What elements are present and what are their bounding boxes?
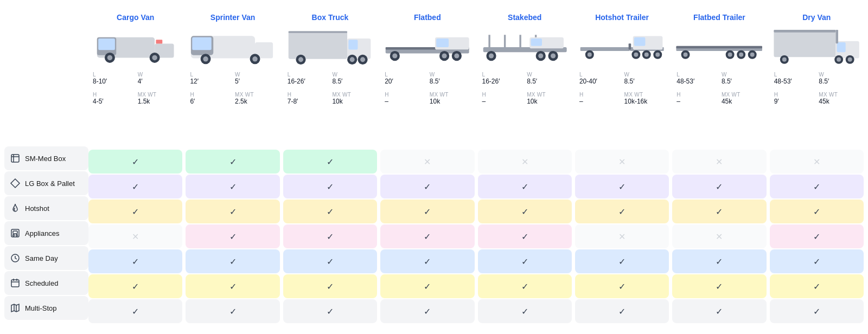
sidebar-item-hotshot[interactable]: Hotshot	[4, 196, 88, 220]
vehicle-col-stakebed: Stakebed L 16-26′ W 8.5′ H	[478, 9, 572, 323]
cell-cargo-van-row-3: ✕	[88, 224, 182, 248]
svg-point-15	[152, 55, 157, 60]
check-icon: ✓	[813, 306, 820, 317]
main-container: SM-Med Box LG Box & Pallet Hotshot Appli…	[0, 0, 868, 332]
sidebar-label-scheduled: Scheduled	[25, 279, 58, 287]
clock-icon	[10, 253, 21, 264]
svg-point-73	[684, 53, 688, 57]
vehicle-specs-flatbed: L 20′ W 8.5′ H – MX WT 10k	[382, 70, 472, 106]
svg-rect-27	[288, 31, 347, 33]
cross-icon: ✕	[618, 157, 626, 167]
check-icon: ✓	[716, 256, 723, 267]
svg-rect-59	[629, 43, 631, 49]
svg-point-4	[16, 235, 18, 236]
svg-point-33	[360, 57, 365, 62]
svg-rect-18	[193, 37, 212, 50]
check-icon: ✓	[813, 207, 820, 217]
flame-icon	[10, 203, 21, 214]
svg-point-79	[750, 53, 755, 57]
vehicle-col-sprinter-van: Sprinter Van L 12′ W 5′ H 6′	[186, 9, 279, 323]
vehicle-image-flatbed-trailer	[674, 26, 764, 64]
appliance-icon	[10, 228, 21, 239]
check-icon: ✓	[813, 232, 820, 242]
svg-rect-11	[156, 40, 162, 43]
check-icon: ✓	[716, 182, 723, 192]
cell-stakebed-row-5: ✓	[478, 274, 572, 298]
cell-hotshot-trailer-row-5: ✓	[575, 274, 669, 298]
vehicle-header-box-truck: Box Truck L 16-26′ W 8.5′ H 7-8′	[283, 9, 377, 150]
vehicle-specs-flatbed-trailer: L 48-53′ W 8.5′ H – MX WT 45k	[674, 70, 764, 106]
check-icon: ✓	[618, 306, 626, 317]
svg-point-54	[538, 53, 543, 58]
sidebar-item-sm-med-box[interactable]: SM-Med Box	[4, 146, 88, 170]
check-icon: ✓	[618, 182, 626, 192]
cells-area-flatbed: ✕✓✓✓✓✓✓	[380, 150, 474, 323]
vehicle-image-hotshot-trailer	[577, 26, 667, 64]
check-icon: ✓	[229, 157, 237, 167]
vehicle-image-stakebed	[480, 26, 570, 64]
cell-sprinter-van-row-2: ✓	[186, 200, 279, 223]
sidebar-item-same-day[interactable]: Same Day	[4, 246, 88, 270]
check-icon: ✓	[521, 232, 528, 242]
cell-hotshot-trailer-row-6: ✓	[575, 299, 669, 323]
svg-rect-6	[11, 280, 19, 287]
sidebar-label-multi-stop: Multi-Stop	[25, 304, 57, 312]
vehicle-header-cargo-van: Cargo Van L 8-10′ W 4′ H 4-5′	[88, 9, 182, 150]
check-icon: ✓	[618, 256, 626, 267]
vehicle-title-hotshot-trailer: Hotshot Trailer	[595, 13, 649, 22]
sidebar-item-multi-stop[interactable]: Multi-Stop	[4, 296, 88, 320]
check-icon: ✓	[716, 207, 723, 217]
vehicle-specs-stakebed: L 16-26′ W 8.5′ H – MX WT 10k	[480, 70, 570, 106]
vehicle-title-box-truck: Box Truck	[312, 13, 349, 22]
check-icon: ✓	[813, 182, 820, 192]
sidebar-item-scheduled[interactable]: Scheduled	[4, 271, 88, 295]
sidebar-item-lg-box-pallet[interactable]: LG Box & Pallet	[4, 171, 88, 195]
svg-rect-83	[774, 30, 835, 33]
cell-cargo-van-row-6: ✓	[88, 299, 182, 323]
cells-area-dry-van: ✕✓✓✓✓✓✓	[770, 150, 864, 323]
cell-flatbed-trailer-row-6: ✓	[672, 299, 766, 323]
svg-point-65	[634, 53, 638, 57]
vehicle-col-flatbed: Flatbed L 20′ W 8.5′ H –	[380, 9, 474, 323]
svg-point-13	[107, 55, 112, 60]
svg-point-43	[454, 53, 459, 58]
box-icon	[10, 153, 21, 164]
sidebar-label-same-day: Same Day	[25, 254, 58, 262]
svg-point-31	[349, 57, 354, 62]
check-icon: ✓	[618, 207, 626, 217]
check-icon: ✓	[132, 256, 139, 267]
svg-point-29	[298, 57, 303, 62]
check-icon: ✓	[229, 207, 237, 217]
svg-point-88	[837, 57, 841, 62]
vehicle-header-flatbed: Flatbed L 20′ W 8.5′ H –	[380, 9, 474, 150]
check-icon: ✓	[327, 157, 334, 167]
calendar-icon	[10, 278, 21, 288]
cell-dry-van-row-0: ✕	[770, 150, 864, 174]
cell-flatbed-row-2: ✓	[380, 200, 474, 223]
sidebar: SM-Med Box LG Box & Pallet Hotshot Appli…	[4, 9, 88, 323]
cells-area-box-truck: ✓✓✓✓✓✓✓	[283, 150, 377, 323]
svg-point-75	[728, 53, 732, 57]
sidebar-item-appliances[interactable]: Appliances	[4, 221, 88, 245]
cell-hotshot-trailer-row-3: ✕	[575, 224, 669, 248]
cell-box-truck-row-0: ✓	[283, 150, 377, 174]
check-icon: ✓	[327, 232, 334, 242]
svg-point-67	[644, 53, 649, 57]
sidebar-label-appliances: Appliances	[25, 229, 60, 237]
svg-rect-0	[11, 155, 19, 162]
cell-flatbed-trailer-row-4: ✓	[672, 249, 766, 273]
cells-area-flatbed-trailer: ✕✓✓✕✓✓✓	[672, 150, 766, 323]
cell-flatbed-row-5: ✓	[380, 274, 474, 298]
cell-flatbed-trailer-row-1: ✓	[672, 175, 766, 198]
vehicle-col-flatbed-trailer: Flatbed Trailer L 48-53′ W 8.5′ H –	[672, 9, 766, 323]
svg-point-69	[655, 53, 660, 57]
vehicle-specs-hotshot-trailer: L 20-40′ W 8.5′ H – MX WT 10k-16k	[577, 70, 667, 106]
cell-stakebed-row-1: ✓	[478, 175, 572, 198]
svg-point-90	[847, 57, 852, 62]
check-icon: ✓	[229, 256, 237, 267]
svg-point-21	[203, 56, 208, 61]
vehicle-title-cargo-van: Cargo Van	[117, 13, 154, 22]
vehicle-title-flatbed-trailer: Flatbed Trailer	[693, 13, 745, 22]
cell-box-truck-row-2: ✓	[283, 200, 377, 223]
check-icon: ✓	[813, 256, 820, 267]
